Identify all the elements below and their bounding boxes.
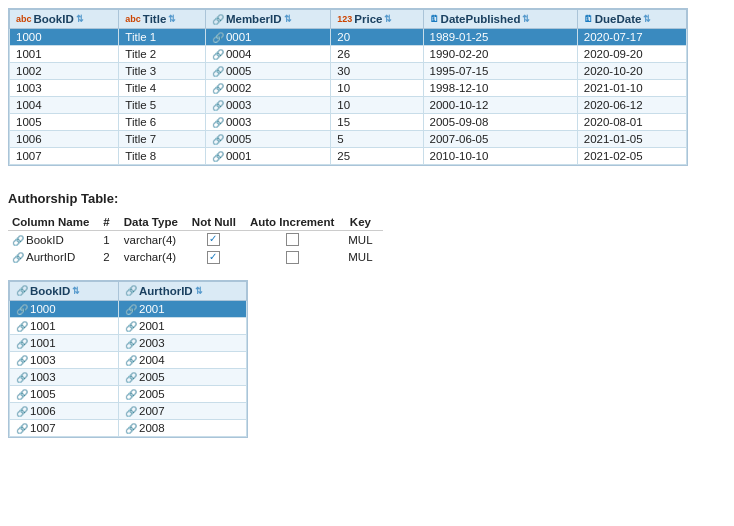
book-col-title[interactable]: abcTitle⇅ xyxy=(119,10,206,29)
book-col-memberid[interactable]: 🔗MemberID⇅ xyxy=(205,10,330,29)
book-table-row[interactable]: 1001Title 2🔗0004261990-02-202020-09-20 xyxy=(10,46,687,63)
book-table-row[interactable]: 1006Title 7🔗000552007-06-052021-01-05 xyxy=(10,131,687,148)
schema-col-autoincrement[interactable] xyxy=(246,231,344,249)
schema-col-num: 2 xyxy=(99,248,119,265)
fk-cell-icon: 🔗 xyxy=(16,355,28,366)
autoincrement-checkbox[interactable] xyxy=(286,251,299,264)
num-type-icon: 123 xyxy=(337,14,352,24)
auth-cell-authorid: 🔗2005 xyxy=(119,385,247,402)
auth-cell-bookid: 🔗1003 xyxy=(10,351,119,368)
auth-table-row[interactable]: 🔗1003🔗2005 xyxy=(10,368,247,385)
cal-type-icon: 🗓 xyxy=(584,14,593,24)
fk-cell-icon: 🔗 xyxy=(125,355,137,366)
fk-cell-icon: 🔗 xyxy=(212,32,224,43)
fk-cell-icon: 🔗 xyxy=(212,49,224,60)
book-cell-title: Title 3 xyxy=(119,63,206,80)
book-cell-title: Title 8 xyxy=(119,148,206,165)
book-table-row[interactable]: 1000Title 1🔗0001201989-01-252020-07-17 xyxy=(10,29,687,46)
fk-cell-icon: 🔗 xyxy=(125,389,137,400)
book-cell-title: Title 7 xyxy=(119,131,206,148)
book-table-row[interactable]: 1003Title 4🔗0002101998-12-102021-01-10 xyxy=(10,80,687,97)
book-cell-price: 5 xyxy=(331,131,423,148)
fk-cell-icon: 🔗 xyxy=(16,338,28,349)
book-col-datepublished[interactable]: 🗓DatePublished⇅ xyxy=(423,10,577,29)
schema-col-key: MUL xyxy=(344,231,382,249)
book-cell-title: Title 1 xyxy=(119,29,206,46)
fk-type-icon: 🔗 xyxy=(12,252,24,263)
fk-cell-icon: 🔗 xyxy=(16,406,28,417)
schema-col-datatype: varchar(4) xyxy=(120,231,188,249)
fk-cell-icon: 🔗 xyxy=(125,372,137,383)
fk-cell-icon: 🔗 xyxy=(125,406,137,417)
book-cell-title: Title 5 xyxy=(119,97,206,114)
fk-cell-icon: 🔗 xyxy=(212,151,224,162)
book-cell-memberid: 🔗0005 xyxy=(205,63,330,80)
auth-table-row[interactable]: 🔗1006🔗2007 xyxy=(10,402,247,419)
authorship-data-table-wrapper: 🔗BookID⇅🔗AurthorID⇅ 🔗1000🔗2001🔗1001🔗2001… xyxy=(8,280,248,438)
fk-cell-icon: 🔗 xyxy=(212,134,224,145)
auth-col-authorid[interactable]: 🔗AurthorID⇅ xyxy=(119,281,247,300)
book-cell-memberid: 🔗0002 xyxy=(205,80,330,97)
auth-table-row[interactable]: 🔗1000🔗2001 xyxy=(10,300,247,317)
schema-col-1: # xyxy=(99,214,119,231)
sort-icon: ⇅ xyxy=(284,14,292,24)
fk-cell-icon: 🔗 xyxy=(125,423,137,434)
schema-row: 🔗AurthorID2varchar(4)MUL xyxy=(8,248,383,265)
auth-table-row[interactable]: 🔗1005🔗2005 xyxy=(10,385,247,402)
autoincrement-checkbox[interactable] xyxy=(286,233,299,246)
fk-cell-icon: 🔗 xyxy=(212,66,224,77)
auth-col-bookid[interactable]: 🔗BookID⇅ xyxy=(10,281,119,300)
book-cell-title: Title 6 xyxy=(119,114,206,131)
sort-icon: ⇅ xyxy=(643,14,651,24)
book-cell-memberid: 🔗0005 xyxy=(205,131,330,148)
schema-col-name: 🔗AurthorID xyxy=(8,248,99,265)
sort-icon: ⇅ xyxy=(168,14,176,24)
auth-table-row[interactable]: 🔗1001🔗2003 xyxy=(10,334,247,351)
fk-type-icon: 🔗 xyxy=(125,285,137,296)
auth-table-row[interactable]: 🔗1001🔗2001 xyxy=(10,317,247,334)
schema-col-notnull[interactable] xyxy=(188,231,246,249)
book-table-row[interactable]: 1005Title 6🔗0003152005-09-082020-08-01 xyxy=(10,114,687,131)
notnull-checkbox[interactable] xyxy=(207,251,220,264)
book-cell-memberid: 🔗0003 xyxy=(205,97,330,114)
auth-cell-authorid: 🔗2007 xyxy=(119,402,247,419)
sort-icon: ⇅ xyxy=(384,14,392,24)
book-cell-bookid: 1007 xyxy=(10,148,119,165)
notnull-checkbox[interactable] xyxy=(207,233,220,246)
book-cell-datepublished: 1995-07-15 xyxy=(423,63,577,80)
fk-cell-icon: 🔗 xyxy=(16,389,28,400)
schema-col-name: 🔗BookID xyxy=(8,231,99,249)
book-table: abcBookID⇅abcTitle⇅🔗MemberID⇅123Price⇅🗓D… xyxy=(9,9,687,165)
book-col-bookid[interactable]: abcBookID⇅ xyxy=(10,10,119,29)
schema-table: Column Name#Data TypeNot NullAuto Increm… xyxy=(8,214,383,266)
book-table-row[interactable]: 1007Title 8🔗0001252010-10-102021-02-05 xyxy=(10,148,687,165)
schema-col-notnull[interactable] xyxy=(188,248,246,265)
book-cell-memberid: 🔗0001 xyxy=(205,29,330,46)
sort-icon: ⇅ xyxy=(72,286,80,296)
auth-cell-authorid: 🔗2004 xyxy=(119,351,247,368)
book-col-duedate[interactable]: 🗓DueDate⇅ xyxy=(577,10,686,29)
auth-cell-bookid: 🔗1006 xyxy=(10,402,119,419)
auth-table-row[interactable]: 🔗1007🔗2008 xyxy=(10,419,247,436)
cal-type-icon: 🗓 xyxy=(430,14,439,24)
auth-cell-bookid: 🔗1001 xyxy=(10,334,119,351)
book-table-row[interactable]: 1002Title 3🔗0005301995-07-152020-10-20 xyxy=(10,63,687,80)
book-col-price[interactable]: 123Price⇅ xyxy=(331,10,423,29)
schema-col-key: MUL xyxy=(344,248,382,265)
book-cell-datepublished: 2010-10-10 xyxy=(423,148,577,165)
book-cell-duedate: 2020-08-01 xyxy=(577,114,686,131)
book-cell-bookid: 1001 xyxy=(10,46,119,63)
auth-table-row[interactable]: 🔗1003🔗2004 xyxy=(10,351,247,368)
fk-cell-icon: 🔗 xyxy=(212,117,224,128)
sort-icon: ⇅ xyxy=(522,14,530,24)
auth-cell-authorid: 🔗2003 xyxy=(119,334,247,351)
book-table-row[interactable]: 1004Title 5🔗0003102000-10-122020-06-12 xyxy=(10,97,687,114)
book-cell-memberid: 🔗0001 xyxy=(205,148,330,165)
fk-type-icon: 🔗 xyxy=(212,14,224,25)
book-cell-price: 20 xyxy=(331,29,423,46)
book-cell-memberid: 🔗0004 xyxy=(205,46,330,63)
book-cell-datepublished: 2007-06-05 xyxy=(423,131,577,148)
schema-col-4: Auto Increment xyxy=(246,214,344,231)
fk-cell-icon: 🔗 xyxy=(212,100,224,111)
schema-col-autoincrement[interactable] xyxy=(246,248,344,265)
